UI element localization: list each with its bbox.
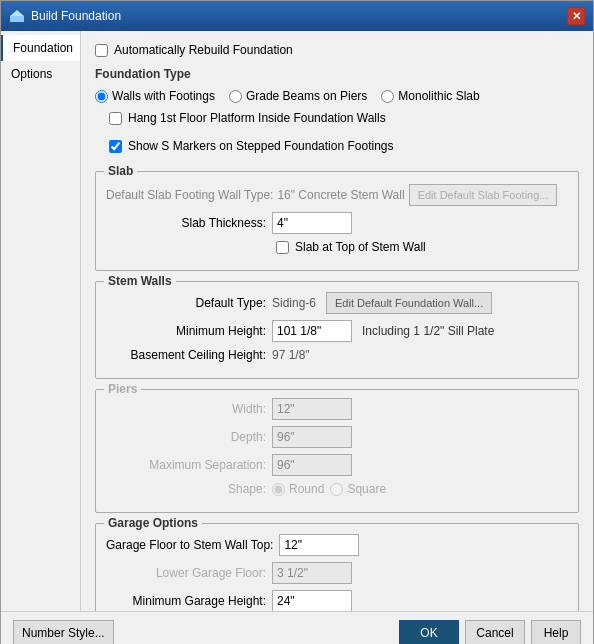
floor-to-stem-label: Garage Floor to Stem Wall Top: <box>106 538 273 552</box>
slab-thickness-row: Slab Thickness: <box>106 212 568 234</box>
max-sep-row: Maximum Separation: <box>106 454 568 476</box>
radio-monolithic-slab-input[interactable] <box>381 90 394 103</box>
radio-round: Round <box>272 482 324 496</box>
default-type-row: Default Type: Siding-6 Edit Default Foun… <box>106 292 568 314</box>
foundation-type-checkboxes: Hang 1st Floor Platform Inside Foundatio… <box>109 111 579 163</box>
garage-options-group: Garage Options Garage Floor to Stem Wall… <box>95 523 579 611</box>
min-height-row: Minimum Height: Including 1 1/2" Sill Pl… <box>106 320 568 342</box>
radio-round-input <box>272 483 285 496</box>
main-content: Automatically Rebuild Foundation Foundat… <box>81 31 593 611</box>
piers-content: Width: Depth: Maximum Separation: Shape: <box>106 398 568 496</box>
width-input <box>272 398 352 420</box>
radio-walls-with-footings: Walls with Footings <box>95 89 215 103</box>
title-bar-left: Build Foundation <box>9 8 121 24</box>
svg-marker-1 <box>10 10 24 16</box>
max-sep-label: Maximum Separation: <box>106 458 266 472</box>
sidebar-item-foundation[interactable]: Foundation <box>1 35 80 61</box>
auto-rebuild-label: Automatically Rebuild Foundation <box>114 43 293 57</box>
auto-rebuild-row: Automatically Rebuild Foundation <box>95 43 579 57</box>
min-height-label: Minimum Height: <box>106 324 266 338</box>
width-label: Width: <box>106 402 266 416</box>
floor-to-stem-input[interactable] <box>279 534 359 556</box>
app-icon <box>9 8 25 24</box>
min-garage-height-row: Minimum Garage Height: <box>106 590 568 611</box>
footer-bar: Number Style... OK Cancel Help <box>1 611 593 644</box>
stem-walls-group: Stem Walls Default Type: Siding-6 Edit D… <box>95 281 579 379</box>
hang-1st-checkbox[interactable] <box>109 112 122 125</box>
shape-radio-group: Round Square <box>272 482 386 496</box>
radio-grade-beams: Grade Beams on Piers <box>229 89 367 103</box>
radio-monolithic-slab-label: Monolithic Slab <box>398 89 479 103</box>
hang-1st-label: Hang 1st Floor Platform Inside Foundatio… <box>128 111 386 125</box>
slab-thickness-label: Slab Thickness: <box>106 216 266 230</box>
sidebar-item-options[interactable]: Options <box>1 61 80 87</box>
including-text: Including 1 1/2" Sill Plate <box>362 324 494 338</box>
slab-footing-row: Default Slab Footing Wall Type: 16" Conc… <box>106 184 568 206</box>
radio-square-input <box>330 483 343 496</box>
radio-round-label: Round <box>289 482 324 496</box>
radio-walls-footings-label: Walls with Footings <box>112 89 215 103</box>
depth-label: Depth: <box>106 430 266 444</box>
radio-grade-beams-input[interactable] <box>229 90 242 103</box>
min-garage-height-input[interactable] <box>272 590 352 611</box>
edit-foundation-wall-button[interactable]: Edit Default Foundation Wall... <box>326 292 492 314</box>
piers-group: Piers Width: Depth: Maximum Separation: <box>95 389 579 513</box>
foundation-type-label: Foundation Type <box>95 67 579 81</box>
slab-group: Slab Default Slab Footing Wall Type: 16"… <box>95 171 579 271</box>
svg-rect-0 <box>10 16 24 22</box>
slab-footing-label: Default Slab Footing Wall Type: <box>106 188 273 202</box>
hang-1st-floor-row: Hang 1st Floor Platform Inside Foundatio… <box>109 111 579 125</box>
max-sep-input <box>272 454 352 476</box>
min-garage-height-label: Minimum Garage Height: <box>106 594 266 608</box>
cancel-button[interactable]: Cancel <box>465 620 525 644</box>
radio-monolithic-slab: Monolithic Slab <box>381 89 479 103</box>
slab-content: Default Slab Footing Wall Type: 16" Conc… <box>106 180 568 254</box>
floor-to-stem-row: Garage Floor to Stem Wall Top: <box>106 534 568 556</box>
basement-ceiling-row: Basement Ceiling Height: 97 1/8" <box>106 348 568 362</box>
slab-at-top-row: Slab at Top of Stem Wall <box>276 240 568 254</box>
default-type-value: Siding-6 <box>272 296 316 310</box>
show-s-label: Show S Markers on Stepped Foundation Foo… <box>128 139 394 153</box>
dialog-title: Build Foundation <box>31 9 121 23</box>
radio-walls-footings-input[interactable] <box>95 90 108 103</box>
close-button[interactable]: ✕ <box>567 7 585 25</box>
min-height-input[interactable] <box>272 320 352 342</box>
build-foundation-dialog: Build Foundation ✕ Foundation Options Au… <box>0 0 594 644</box>
ok-button[interactable]: OK <box>399 620 459 644</box>
number-style-button[interactable]: Number Style... <box>13 620 114 644</box>
dialog-body: Foundation Options Automatically Rebuild… <box>1 31 593 611</box>
width-row: Width: <box>106 398 568 420</box>
depth-input <box>272 426 352 448</box>
stemwalls-content: Default Type: Siding-6 Edit Default Foun… <box>106 290 568 362</box>
footer-right: OK Cancel Help <box>399 620 581 644</box>
auto-rebuild-checkbox[interactable] <box>95 44 108 57</box>
shape-row: Shape: Round Square <box>106 482 568 496</box>
sidebar: Foundation Options <box>1 31 81 611</box>
shape-label: Shape: <box>106 482 266 496</box>
radio-square-label: Square <box>347 482 386 496</box>
stem-walls-group-title: Stem Walls <box>104 274 176 288</box>
slab-group-title: Slab <box>104 164 137 178</box>
title-bar: Build Foundation ✕ <box>1 1 593 31</box>
radio-grade-beams-label: Grade Beams on Piers <box>246 89 367 103</box>
edit-slab-footing-button[interactable]: Edit Default Slab Footing... <box>409 184 558 206</box>
piers-group-title: Piers <box>104 382 141 396</box>
basement-ceiling-value: 97 1/8" <box>272 348 310 362</box>
basement-ceiling-label: Basement Ceiling Height: <box>106 348 266 362</box>
help-button[interactable]: Help <box>531 620 581 644</box>
slab-at-top-checkbox[interactable] <box>276 241 289 254</box>
garage-options-title: Garage Options <box>104 516 202 530</box>
garage-content: Garage Floor to Stem Wall Top: Lower Gar… <box>106 532 568 611</box>
show-s-markers-row: Show S Markers on Stepped Foundation Foo… <box>109 139 579 153</box>
radio-square: Square <box>330 482 386 496</box>
lower-garage-row: Lower Garage Floor: <box>106 562 568 584</box>
slab-thickness-input[interactable] <box>272 212 352 234</box>
default-type-label: Default Type: <box>106 296 266 310</box>
slab-footing-value: 16" Concrete Stem Wall <box>277 188 404 202</box>
foundation-type-radio-group: Walls with Footings Grade Beams on Piers… <box>95 89 579 103</box>
lower-garage-input <box>272 562 352 584</box>
show-s-checkbox[interactable] <box>109 140 122 153</box>
slab-at-top-label: Slab at Top of Stem Wall <box>295 240 426 254</box>
depth-row: Depth: <box>106 426 568 448</box>
foundation-type-section: Foundation Type Walls with Footings Grad… <box>95 67 579 163</box>
